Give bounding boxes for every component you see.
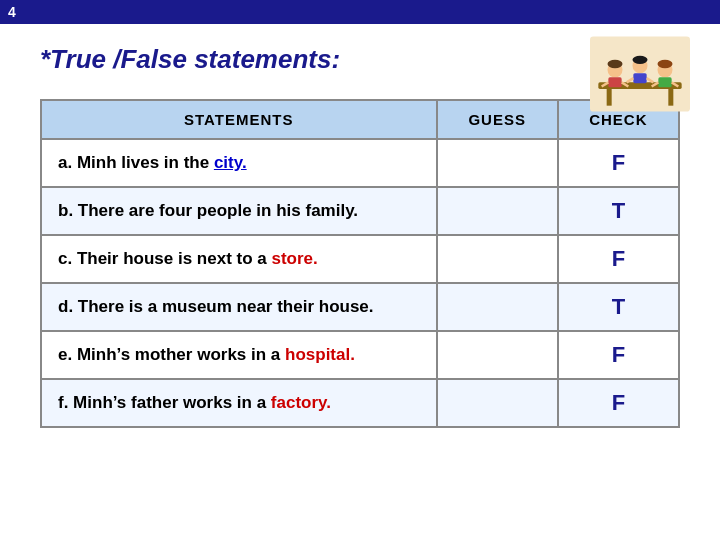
statements-table: STATEMENTS GUESS CHECK a. Minh lives in … <box>40 99 680 428</box>
statement-highlight-e: hospital. <box>285 345 355 364</box>
svg-rect-2 <box>607 89 612 106</box>
table-row: e. Minh’s mother works in a hospital.F <box>41 331 679 379</box>
table-row: d. There is a museum near their house.T <box>41 283 679 331</box>
svg-rect-13 <box>658 77 671 87</box>
check-cell-c: F <box>558 235 679 283</box>
statement-cell-e: e. Minh’s mother works in a hospital. <box>41 331 437 379</box>
header-guess: GUESS <box>437 100 558 139</box>
statement-text-f: f. Minh’s father works in a <box>58 393 271 412</box>
statement-highlight-f: factory. <box>271 393 331 412</box>
guess-cell-a[interactable] <box>437 139 558 187</box>
header-statements: STATEMENTS <box>41 100 437 139</box>
statement-highlight-a: city. <box>214 153 247 172</box>
svg-point-17 <box>633 56 648 64</box>
table-row: b. There are four people in his family.T <box>41 187 679 235</box>
guess-cell-b[interactable] <box>437 187 558 235</box>
statement-cell-f: f. Minh’s father works in a factory. <box>41 379 437 427</box>
statement-text-c: c. Their house is next to a <box>58 249 272 268</box>
statement-highlight-c: store. <box>272 249 318 268</box>
check-cell-f: F <box>558 379 679 427</box>
table-header-row: STATEMENTS GUESS CHECK <box>41 100 679 139</box>
table-row: f. Minh’s father works in a factory.F <box>41 379 679 427</box>
top-bar: 4 <box>0 0 720 24</box>
check-cell-b: T <box>558 187 679 235</box>
svg-rect-3 <box>668 89 673 106</box>
guess-cell-c[interactable] <box>437 235 558 283</box>
svg-point-18 <box>658 60 673 68</box>
statement-cell-d: d. There is a museum near their house. <box>41 283 437 331</box>
check-cell-d: T <box>558 283 679 331</box>
svg-point-16 <box>608 60 623 68</box>
svg-rect-5 <box>608 77 621 87</box>
table-row: a. Minh lives in the city.F <box>41 139 679 187</box>
statement-text-a: a. Minh lives in the <box>58 153 214 172</box>
statement-cell-a: a. Minh lives in the city. <box>41 139 437 187</box>
guess-cell-f[interactable] <box>437 379 558 427</box>
main-content: *True /False statements: STATEMENTS GUES… <box>0 24 720 448</box>
check-cell-e: F <box>558 331 679 379</box>
page-number: 4 <box>8 4 16 20</box>
guess-cell-d[interactable] <box>437 283 558 331</box>
guess-cell-e[interactable] <box>437 331 558 379</box>
statement-cell-c: c. Their house is next to a store. <box>41 235 437 283</box>
svg-rect-9 <box>633 73 646 83</box>
check-cell-a: F <box>558 139 679 187</box>
statement-cell-b: b. There are four people in his family. <box>41 187 437 235</box>
classroom-illustration <box>590 34 690 114</box>
statement-text-e: e. Minh’s mother works in a <box>58 345 285 364</box>
table-row: c. Their house is next to a store.F <box>41 235 679 283</box>
page-title: *True /False statements: <box>40 44 680 75</box>
